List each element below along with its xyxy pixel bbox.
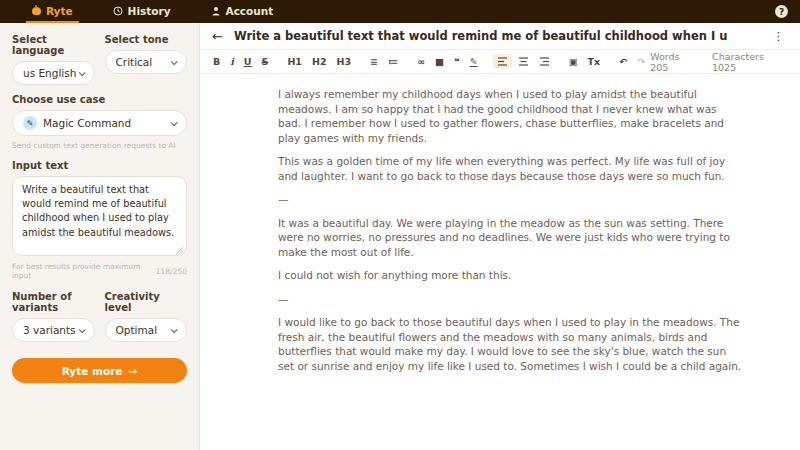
- sidebar: Select language us English Select tone C…: [0, 23, 200, 450]
- kebab-menu-button[interactable]: ⋮: [773, 30, 784, 43]
- chevron-down-icon: [78, 326, 85, 333]
- input-textarea[interactable]: Write a beautiful text that would remind…: [12, 176, 187, 256]
- tab-account[interactable]: Account: [205, 0, 280, 23]
- tab-account-label: Account: [226, 5, 274, 17]
- h2-button[interactable]: H2: [308, 55, 331, 69]
- tone-select[interactable]: Critical: [105, 50, 188, 74]
- tab-ryte[interactable]: Ryte: [26, 0, 79, 23]
- document-stats: Words 205 Characters 1025: [650, 51, 790, 73]
- tab-ryte-label: Ryte: [46, 5, 73, 17]
- chevron-down-icon: [171, 119, 178, 126]
- paragraph-divider: —: [278, 292, 742, 307]
- help-icon: ?: [779, 7, 784, 17]
- word-count: Words 205: [650, 51, 700, 73]
- char-counter: 118/250: [156, 267, 187, 276]
- redo-button[interactable]: ↷: [633, 55, 649, 69]
- align-left-icon: [497, 56, 508, 67]
- link-button[interactable]: ∞: [413, 55, 429, 69]
- ordered-list-button[interactable]: ≔: [384, 55, 402, 69]
- arrow-right-icon: →: [128, 365, 137, 377]
- creativity-select[interactable]: Optimal: [105, 318, 188, 342]
- align-center-icon: [518, 56, 529, 67]
- chevron-down-icon: [171, 326, 178, 333]
- tab-history-label: History: [128, 5, 171, 17]
- align-right-icon: [539, 56, 550, 67]
- use-case-helper: Send custom text generation requests to …: [12, 141, 187, 150]
- clear-block-button[interactable]: ▣: [565, 55, 582, 69]
- clock-icon: [113, 6, 123, 16]
- underline-button[interactable]: U: [240, 55, 256, 69]
- topbar: Ryte History Account ?: [0, 0, 800, 23]
- help-button[interactable]: ?: [775, 5, 788, 18]
- input-text-label: Input text: [12, 160, 187, 171]
- chevron-down-icon: [171, 58, 178, 65]
- paragraph: I always remember my childhood days when…: [278, 87, 742, 145]
- bullet-list-button[interactable]: ≡: [366, 55, 382, 69]
- italic-button[interactable]: i: [226, 55, 238, 69]
- character-count: Characters 1025: [712, 51, 790, 73]
- image-button[interactable]: ■: [431, 55, 448, 69]
- h3-button[interactable]: H3: [333, 55, 356, 69]
- ryte-more-label: Ryte more: [62, 365, 123, 377]
- use-case-select[interactable]: ✎ Magic Command: [12, 110, 187, 136]
- ryte-more-button[interactable]: Ryte more →: [12, 358, 187, 383]
- tone-value: Critical: [116, 56, 153, 68]
- magic-wand-icon: ✎: [23, 116, 37, 130]
- paragraph: I could not wish for anything more than …: [278, 268, 742, 283]
- back-button[interactable]: ←: [212, 30, 223, 43]
- pumpkin-logo-icon: [32, 7, 41, 15]
- tab-history[interactable]: History: [107, 0, 177, 23]
- undo-button[interactable]: ↶: [615, 55, 631, 69]
- document-header: ← Write a beautiful text that would remi…: [200, 23, 800, 50]
- language-select[interactable]: us English: [12, 61, 95, 85]
- variants-select[interactable]: 3 variants: [12, 318, 95, 342]
- highlight-button[interactable]: ✎: [466, 55, 482, 69]
- paragraph: This was a golden time of my life when e…: [278, 154, 742, 183]
- formatting-toolbar: B i U S H1 H2 H3 ≡ ≔ ∞ ■ ❝ ✎ ▣ Tx ↶ ↷ Wo…: [200, 50, 800, 74]
- strikethrough-button[interactable]: S: [258, 55, 273, 69]
- paragraph-divider: —: [278, 192, 742, 207]
- variants-value: 3 variants: [23, 324, 76, 336]
- paragraph: It was a beautiful day. We were playing …: [278, 216, 742, 260]
- bold-button[interactable]: B: [209, 55, 224, 69]
- chevron-down-icon: [78, 69, 85, 76]
- editor-content[interactable]: I always remember my childhood days when…: [200, 74, 800, 373]
- clear-format-button[interactable]: Tx: [584, 55, 605, 69]
- creativity-value: Optimal: [116, 324, 158, 336]
- use-case-value: Magic Command: [43, 117, 131, 129]
- creativity-label: Creativity level: [105, 291, 188, 313]
- input-helper: For best results provide maximum input: [12, 262, 156, 280]
- align-right-button[interactable]: [535, 54, 554, 69]
- document-title: Write a beautiful text that would remind…: [234, 29, 773, 43]
- align-center-button[interactable]: [514, 54, 533, 69]
- paragraph: I would like to go back to those beautif…: [278, 315, 742, 373]
- language-label: Select language: [12, 34, 95, 56]
- align-left-button[interactable]: [493, 54, 512, 69]
- variants-label: Number of variants: [12, 291, 95, 313]
- language-value: us English: [23, 67, 76, 79]
- use-case-label: Choose use case: [12, 94, 187, 105]
- h1-button[interactable]: H1: [283, 55, 306, 69]
- editor-panel: ← Write a beautiful text that would remi…: [200, 23, 800, 450]
- person-icon: [211, 6, 221, 16]
- tone-label: Select tone: [105, 34, 188, 45]
- blockquote-button[interactable]: ❝: [450, 55, 464, 69]
